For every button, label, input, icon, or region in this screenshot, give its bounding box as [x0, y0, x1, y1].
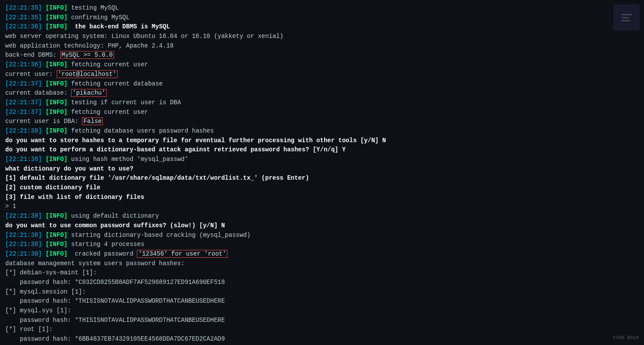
watermark-text: CSDN @Ay8: [613, 334, 639, 342]
log-line: do you want to store hashes to a tempora…: [5, 136, 639, 146]
log-line: password hash: *C032CD8255B8ADF7AF529689…: [5, 278, 639, 287]
log-line: [22:21:36] [INFO] the back-end DBMS is M…: [5, 22, 639, 32]
log-line: what dictionary do you want to use?: [5, 164, 639, 174]
log-line: [*] mysql.session [1]:: [5, 287, 639, 297]
log-line: [*] root [1]:: [5, 325, 639, 335]
log-line: [22:21:37] [INFO] fetching current datab…: [5, 79, 639, 89]
log-line: current user is DBA: False: [5, 117, 639, 126]
log-line: [*] debian-sys-maint [1]:: [5, 268, 639, 278]
log-line: [22:21:38] [INFO] fetching database user…: [5, 126, 639, 136]
log-line: password hash: *6BB4837EB74329105EE4568D…: [5, 335, 639, 344]
log-line: [22:21:37] [INFO] testing if current use…: [5, 98, 639, 108]
app-icon: [613, 4, 640, 31]
terminal: [22:21:35] [INFO] testing MySQL [22:21:3…: [0, 0, 644, 345]
log-line: web application technology: PHP, Apache …: [5, 41, 639, 51]
log-line: [22:21:38] [INFO] using hash method 'mys…: [5, 155, 639, 164]
log-line: do you want to perform a dictionary-base…: [5, 145, 639, 155]
log-line: > 1: [5, 202, 639, 212]
log-line: [22:21:37] [INFO] fetching current user: [5, 108, 639, 117]
svg-rect-2: [621, 17, 629, 18]
log-line: [3] file with list of dictionary files: [5, 193, 639, 202]
log-line: current database: 'pikachu': [5, 89, 639, 98]
log-line: [22:21:36] [INFO] fetching current user: [5, 60, 639, 70]
log-line: password hash: *THISISNOTAVALIDPASSWORDT…: [5, 297, 639, 306]
log-line: back-end DBMS: MySQL >= 5.0.0: [5, 51, 639, 60]
log-line: [2] custom dictionary file: [5, 183, 639, 193]
log-line: [22:21:38] [INFO] using default dictiona…: [5, 212, 639, 221]
log-line: [22:21:38] [INFO] starting dictionary-ba…: [5, 231, 639, 240]
log-line: [1] default dictionary file '/usr/share/…: [5, 174, 639, 183]
log-line: [*] mysql.sys [1]:: [5, 306, 639, 316]
log-line: password hash: *THISISNOTAVALIDPASSWORDT…: [5, 316, 639, 325]
log-line: [22:21:35] [INFO] confirming MySQL: [5, 13, 639, 23]
cracked-password-line: [22:21:38] [INFO] cracked password '1234…: [5, 249, 639, 259]
log-line: web server operating system: Linux Ubunt…: [5, 32, 639, 41]
log-line: database management system users passwor…: [5, 259, 639, 269]
log-line: [22:21:35] [INFO] testing MySQL: [5, 3, 639, 13]
log-line: [22:21:38] [INFO] starting 4 processes: [5, 240, 639, 249]
svg-rect-1: [621, 14, 632, 15]
log-line: do you want to use common password suffi…: [5, 221, 639, 231]
log-line: current user: 'root@localhost': [5, 70, 639, 79]
svg-rect-3: [621, 20, 630, 21]
